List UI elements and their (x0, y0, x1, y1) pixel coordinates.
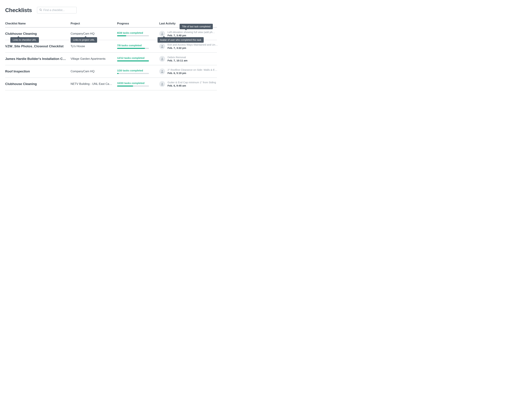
table-row: VZW_Site Photos_Closeout Checklist Ty's … (5, 40, 217, 53)
project-link[interactable]: Ty's House (71, 44, 117, 48)
project-link[interactable]: NETV Building - UNL East Cam… (71, 82, 117, 86)
avatar[interactable] (159, 81, 165, 87)
project-link[interactable]: CompanyCam HQ (71, 32, 117, 35)
table-row: James Hardie Builder's Installation C… V… (5, 53, 217, 65)
progress-text: 8/28 tasks completed (117, 31, 156, 34)
progress-text: 12/12 tasks completed (117, 56, 156, 59)
progress-cell: 7/8 tasks completed (117, 43, 159, 49)
progress-bar (117, 35, 149, 36)
activity-cell: Exit and Access Ways Maintained and Un… … (159, 43, 221, 49)
progress-cell: 8/28 tasks completed (117, 31, 159, 36)
progress-cell: 10/20 tasks completed (117, 81, 159, 87)
last-task-title: Left elevation showing full view (add ph… (168, 31, 215, 34)
table-row: Clubhouse Cleaning NETV Building - UNL E… (5, 78, 217, 90)
progress-fill (117, 73, 119, 74)
last-task-title: Debris Removal (168, 56, 214, 59)
last-task-title: 2" Roofline Clearance on Side- Walls & E… (168, 68, 217, 71)
progress-fill (117, 48, 145, 49)
table-header: Checklist Name Project Progress Last Act… (5, 22, 217, 28)
checklist-name-link[interactable]: Roof Inspection (5, 69, 71, 73)
avatar[interactable] (159, 31, 165, 37)
col-name: Checklist Name (5, 22, 71, 25)
search-field[interactable] (37, 7, 77, 13)
activity-date: Feb. 7, 3:22 pm (168, 46, 218, 49)
progress-text: 10/20 tasks completed (117, 82, 156, 84)
activity-cell: Left elevation showing full view (add ph… (159, 31, 218, 37)
progress-bar (117, 60, 149, 61)
progress-cell: 12/12 tasks completed (117, 56, 159, 61)
activity-date: Feb. 6, 9:45 am (168, 84, 216, 87)
last-task-title: Exit and Access Ways Maintained and Un… (168, 43, 218, 46)
progress-cell: 1/20 tasks completed (117, 68, 159, 74)
activity-text: Debris Removal Feb. 7, 10:11 am (168, 56, 214, 62)
svg-point-3 (162, 45, 163, 46)
progress-text: 7/8 tasks completed (117, 44, 156, 47)
col-progress: Progress (117, 22, 159, 25)
table-row: Links to checklist URL Links to project … (5, 28, 217, 40)
activity-text: Left elevation showing full view (add ph… (168, 31, 215, 37)
svg-point-2 (162, 33, 163, 34)
checklist-name-link[interactable]: James Hardie Builder's Installation C… (5, 57, 71, 61)
svg-line-1 (41, 10, 42, 11)
progress-text: 1/20 tasks completed (117, 69, 156, 72)
table-row: Roof Inspection CompanyCam HQ 1/20 tasks… (5, 65, 217, 78)
progress-bar (117, 85, 149, 87)
activity-text: 2" Roofline Clearance on Side- Walls & E… (168, 68, 217, 74)
avatar[interactable] (159, 56, 165, 62)
page-header: Checklists (5, 7, 217, 13)
activity-date: Feb. 7, 3:40 pm (168, 34, 215, 37)
search-input[interactable] (43, 9, 74, 12)
progress-bar (117, 73, 149, 74)
progress-fill (117, 35, 126, 36)
activity-date: Feb. 6, 5:19 pm (168, 72, 217, 74)
checklists-table: Checklist Name Project Progress Last Act… (5, 22, 217, 90)
col-activity: Last Activity (159, 22, 217, 25)
avatar[interactable] (159, 69, 165, 74)
svg-point-6 (162, 83, 163, 84)
activity-text: Exit and Access Ways Maintained and Un… … (168, 43, 218, 49)
progress-fill (117, 60, 149, 61)
activity-cell: Debris Removal Feb. 7, 10:11 am (159, 56, 217, 62)
svg-point-5 (162, 70, 163, 71)
progress-bar (117, 48, 149, 49)
checklist-name-link[interactable]: Clubhouse Cleaning (5, 32, 71, 36)
progress-fill (117, 85, 133, 87)
last-task-title: Gutter & End Cap minimum 1" from Siding (168, 81, 216, 84)
activity-cell: Gutter & End Cap minimum 1" from Siding … (159, 81, 219, 87)
project-link[interactable]: Village Garden Apartments (71, 57, 117, 61)
col-project: Project (71, 22, 117, 25)
activity-cell: 2" Roofline Clearance on Side- Walls & E… (159, 68, 220, 74)
activity-text: Gutter & End Cap minimum 1" from Siding … (168, 81, 216, 87)
avatar[interactable] (159, 43, 165, 49)
svg-point-4 (162, 58, 163, 59)
page-title: Checklists (5, 7, 32, 13)
project-link[interactable]: CompanyCam HQ (71, 70, 117, 73)
search-icon (39, 8, 42, 12)
checklist-name-link[interactable]: Clubhouse Cleaning (5, 82, 71, 86)
activity-date: Feb. 7, 10:11 am (168, 59, 214, 62)
checklist-name-link[interactable]: VZW_Site Photos_Closeout Checklist (5, 44, 71, 48)
